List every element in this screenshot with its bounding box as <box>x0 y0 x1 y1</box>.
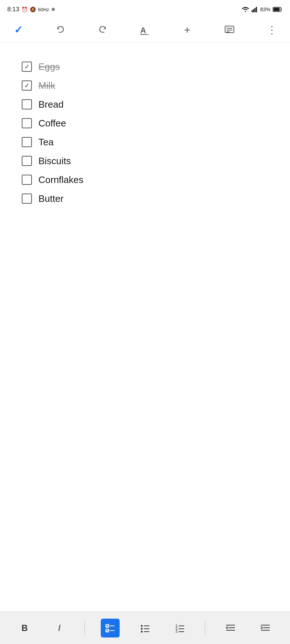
checklist-button[interactable] <box>101 619 120 637</box>
redo-button[interactable] <box>95 22 111 38</box>
outdent-button[interactable] <box>221 619 240 637</box>
italic-button[interactable]: I <box>50 619 69 637</box>
svg-point-19 <box>141 628 142 630</box>
list-item: Butter <box>22 189 276 208</box>
list-item: Cornflakes <box>22 170 276 189</box>
checkbox-6[interactable] <box>22 175 32 185</box>
more-button[interactable]: ⋮ <box>264 22 280 38</box>
wind-icon: ❄ <box>51 7 55 12</box>
more-icon: ⋮ <box>267 25 277 35</box>
item-label-3: Coffee <box>38 118 66 129</box>
item-label-5: Biscuits <box>38 155 71 167</box>
checkbox-check-icon: ✓ <box>24 63 30 70</box>
checklist: ✓Eggs✓MilkBreadCoffeeTeaBiscuitsCornflak… <box>22 57 276 208</box>
checkbox-1[interactable]: ✓ <box>22 80 32 91</box>
svg-point-17 <box>141 625 142 627</box>
indent-icon <box>260 623 270 633</box>
svg-text:3.: 3. <box>175 630 178 633</box>
checkbox-0[interactable]: ✓ <box>22 62 32 72</box>
refresh-rate: 60Hz <box>38 7 49 12</box>
comment-button[interactable] <box>221 22 237 38</box>
document-area: ✓Eggs✓MilkBreadCoffeeTeaBiscuitsCornflak… <box>0 43 290 208</box>
checkbox-5[interactable] <box>22 156 32 166</box>
item-label-0: Eggs <box>38 61 60 72</box>
list-item: ✓Eggs <box>22 57 276 76</box>
list-item: Coffee <box>22 114 276 133</box>
svg-rect-3 <box>256 7 257 12</box>
alarm-icon: ⏰ <box>21 7 28 12</box>
numbered-list-button[interactable]: 1. 2. 3. <box>170 619 189 637</box>
signal-icon <box>252 7 258 12</box>
font-icon: A <box>140 25 150 35</box>
checkbox-2[interactable] <box>22 99 32 109</box>
outdent-icon <box>225 623 236 633</box>
svg-text:A: A <box>140 26 146 35</box>
bullet-list-button[interactable] <box>136 619 154 637</box>
svg-rect-1 <box>253 9 254 12</box>
checkbox-3[interactable] <box>22 118 32 128</box>
italic-icon: I <box>58 623 61 633</box>
svg-rect-5 <box>274 8 280 11</box>
item-label-6: Cornflakes <box>38 174 83 186</box>
redo-icon <box>98 25 108 35</box>
divider-1 <box>84 621 85 635</box>
indent-button[interactable] <box>256 619 275 637</box>
item-label-7: Butter <box>38 193 63 204</box>
checkbox-7[interactable] <box>22 194 32 204</box>
checklist-icon <box>105 623 115 633</box>
bold-icon: B <box>21 623 28 633</box>
svg-rect-2 <box>254 8 256 12</box>
list-item: Tea <box>22 133 276 151</box>
item-label-4: Tea <box>38 137 54 148</box>
list-item: Bread <box>22 95 276 114</box>
bullet-list-icon <box>140 623 150 633</box>
status-right: 83% <box>241 7 283 12</box>
check-button[interactable]: ✓ <box>10 22 26 38</box>
battery-percent: 83% <box>260 7 270 12</box>
list-item: Biscuits <box>22 151 276 170</box>
status-left: 8:13 ⏰ 🔕 60Hz ❄ <box>7 6 55 13</box>
add-icon: + <box>184 24 191 36</box>
check-icon: ✓ <box>14 24 22 36</box>
checkbox-check-icon: ✓ <box>24 82 30 89</box>
undo-button[interactable] <box>53 22 69 38</box>
svg-rect-0 <box>252 10 253 12</box>
item-label-1: Milk <box>38 80 55 91</box>
bold-button[interactable]: B <box>15 619 34 637</box>
toolbar: ✓ A + ⋮ <box>0 17 290 43</box>
undo-icon <box>55 25 66 35</box>
font-button[interactable]: A <box>137 22 153 38</box>
status-bar: 8:13 ⏰ 🔕 60Hz ❄ 83% <box>0 0 290 17</box>
mute-icon: 🔕 <box>30 7 36 12</box>
item-label-2: Bread <box>38 99 63 110</box>
add-button[interactable]: + <box>179 22 195 38</box>
comment-icon <box>224 25 235 35</box>
format-bar: B I 1. 2. 3. <box>0 611 290 644</box>
numbered-list-icon: 1. 2. 3. <box>175 623 185 633</box>
divider-2 <box>205 621 205 635</box>
list-item: ✓Milk <box>22 76 276 95</box>
wifi-icon <box>241 7 249 12</box>
battery-icon <box>273 7 283 12</box>
status-time: 8:13 <box>7 6 19 13</box>
svg-point-21 <box>141 631 142 632</box>
checkbox-4[interactable] <box>22 137 32 147</box>
